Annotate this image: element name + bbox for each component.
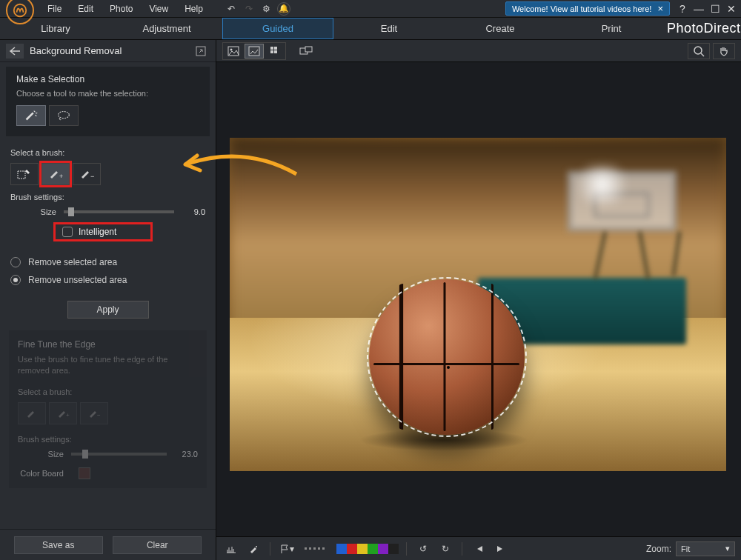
view-grid-icon[interactable]	[265, 44, 285, 59]
intelligent-label: Intelligent	[79, 227, 116, 237]
fine-tune-description: Use the brush to fine tune the edge of t…	[18, 354, 198, 377]
make-selection-heading: Make a Selection	[16, 74, 199, 84]
banner-text: Welcome! View all tutorial videos here!	[512, 4, 652, 13]
menubar: File Edit Photo View Help ↶ ↷ ⚙ 🔔 Welcom…	[0, 0, 741, 18]
ft-size-label: Size	[18, 450, 71, 459]
tab-print[interactable]: Print	[556, 18, 667, 39]
menu-file[interactable]: File	[40, 1, 69, 16]
menu-edit[interactable]: Edit	[70, 1, 101, 16]
remove-unselected-radio[interactable]	[10, 275, 21, 285]
ft-select-brush-label: Select a brush:	[18, 387, 198, 396]
palette-swatch[interactable]	[378, 544, 388, 554]
redo-button[interactable]: ↷	[242, 1, 256, 16]
brush-tool-icon[interactable]	[245, 541, 262, 556]
svg-text:+: +	[59, 173, 63, 180]
ft-size-slider	[71, 453, 167, 456]
ft-brush-2: +	[49, 402, 77, 424]
fine-tune-section: Fine Tune the Edge Use the brush to fine…	[9, 330, 207, 488]
view-single-icon[interactable]	[224, 44, 243, 59]
color-board-swatch	[79, 467, 90, 479]
remove-selected-label: Remove selected area	[28, 257, 117, 267]
basketball-selection	[369, 279, 525, 435]
brush-settings-label: Brush settings:	[10, 193, 205, 201]
palette-swatch[interactable]	[357, 544, 368, 554]
svg-point-9	[230, 48, 233, 50]
banner-close-icon[interactable]: ×	[657, 3, 663, 14]
color-palette	[336, 544, 399, 554]
notification-icon[interactable]: 🔔	[277, 2, 290, 16]
chevron-down-icon: ▾	[725, 544, 730, 553]
panel-title: Background Removal	[30, 45, 192, 56]
remove-selected-radio[interactable]	[10, 257, 21, 267]
maximize-button[interactable]: ☐	[708, 2, 722, 16]
canvas[interactable]	[216, 62, 741, 536]
menu-view[interactable]: View	[142, 1, 176, 16]
fine-tune-heading: Fine Tune the Edge	[18, 339, 198, 350]
help-button[interactable]: ?	[676, 2, 689, 16]
main-tabs: Library Adjustment Guided Edit Create Pr…	[0, 18, 741, 40]
brush-subtract-selection[interactable]: −	[73, 163, 101, 185]
rotate-cw-icon[interactable]: ↻	[436, 541, 454, 556]
menu-help[interactable]: Help	[177, 1, 210, 16]
save-as-button[interactable]: Save as	[14, 536, 103, 554]
rotate-ccw-icon[interactable]: ↺	[414, 541, 432, 556]
svg-rect-16	[305, 47, 312, 52]
svg-rect-13	[270, 50, 273, 53]
settings-icon[interactable]: ⚙	[259, 1, 274, 16]
pan-tool-icon[interactable]	[713, 43, 735, 59]
next-icon[interactable]	[492, 541, 510, 556]
undo-button[interactable]: ↶	[224, 1, 239, 16]
palette-swatch[interactable]	[336, 544, 347, 554]
choose-tool-label: Choose a tool to make the selection:	[16, 89, 199, 98]
left-panel: Background Removal Make a Selection Choo…	[0, 40, 216, 560]
palette-swatch[interactable]	[388, 544, 399, 554]
svg-rect-12	[274, 47, 277, 50]
brush-add-selection[interactable]: +	[41, 163, 70, 185]
tab-create[interactable]: Create	[445, 18, 556, 39]
tutorial-banner[interactable]: Welcome! View all tutorial videos here! …	[505, 1, 670, 16]
svg-point-17	[694, 47, 702, 54]
bottom-toolbar: ▾ ↺ ↻ Zoom: F	[216, 536, 741, 560]
intelligent-checkbox[interactable]	[62, 227, 73, 237]
svg-text:−: −	[97, 412, 101, 419]
viewport: ▾ ↺ ↻ Zoom: F	[216, 40, 741, 560]
svg-point-18	[256, 546, 257, 547]
remove-unselected-label: Remove unselected area	[28, 275, 127, 285]
size-label: Size	[10, 207, 64, 216]
clear-button[interactable]: Clear	[113, 536, 202, 554]
smart-brush-tool[interactable]	[16, 105, 46, 126]
svg-rect-14	[274, 50, 277, 53]
photo-preview	[230, 138, 726, 471]
svg-rect-10	[249, 47, 259, 56]
apply-button[interactable]: Apply	[67, 301, 149, 319]
prev-icon[interactable]	[470, 541, 488, 556]
tab-guided[interactable]: Guided	[222, 18, 333, 39]
ft-brush-3: −	[80, 402, 108, 424]
svg-point-2	[59, 112, 70, 119]
palette-swatch[interactable]	[368, 544, 378, 554]
view-compare-icon[interactable]	[245, 44, 264, 59]
svg-text:−: −	[90, 173, 94, 180]
svg-rect-11	[270, 47, 273, 50]
secondary-monitor-icon[interactable]	[296, 44, 316, 59]
palette-swatch[interactable]	[347, 544, 357, 554]
zoom-label: Zoom:	[646, 544, 671, 554]
size-slider[interactable]	[64, 210, 174, 213]
tab-edit[interactable]: Edit	[333, 18, 445, 39]
color-board-label: Color Board	[18, 469, 71, 478]
close-button[interactable]: ✕	[725, 2, 738, 16]
minimize-button[interactable]: —	[692, 2, 705, 16]
brush-new-selection[interactable]	[10, 163, 39, 185]
flag-icon[interactable]: ▾	[278, 541, 296, 556]
zoom-tool-icon[interactable]	[688, 43, 710, 59]
back-button[interactable]	[6, 44, 24, 59]
menu-photo[interactable]: Photo	[102, 1, 140, 16]
ft-brush-1	[18, 402, 46, 424]
zoom-select[interactable]: Fit ▾	[676, 541, 735, 556]
panel-expand-icon[interactable]	[192, 44, 210, 59]
ft-size-value: 23.0	[174, 450, 198, 459]
histogram-icon[interactable]	[222, 541, 240, 556]
zoom-value: Fit	[681, 544, 690, 553]
tab-adjustment[interactable]: Adjustment	[111, 18, 222, 39]
lasso-tool[interactable]	[49, 105, 79, 126]
